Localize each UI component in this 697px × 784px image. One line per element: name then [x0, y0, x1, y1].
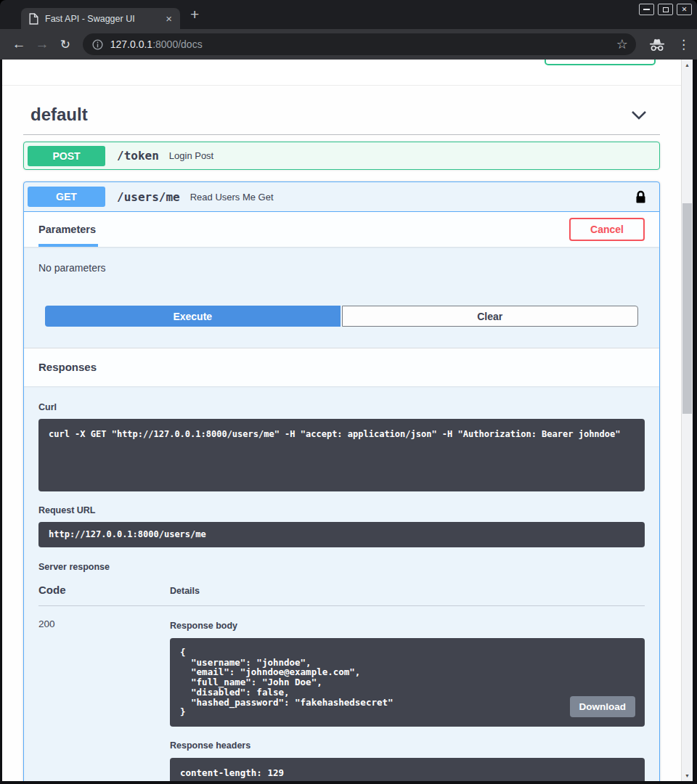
- code-column-header: Code: [38, 584, 170, 596]
- post-summary: Login Post: [169, 150, 213, 161]
- minimize-icon: [643, 9, 650, 10]
- opblock-get-users-me: GET /users/me Read Users Me Get Paramete…: [23, 181, 660, 781]
- status-code: 200: [38, 618, 170, 781]
- post-path: /token: [117, 149, 159, 163]
- responses-body: Curl curl -X GET "http://127.0.0.1:8000/…: [24, 386, 659, 781]
- url-text: 127.0.0.1:8000/docs: [110, 38, 203, 50]
- url-host: 127.0.0.1: [110, 38, 152, 50]
- curl-command[interactable]: curl -X GET "http://127.0.0.1:8000/users…: [38, 419, 645, 491]
- scroll-down-icon[interactable]: ▼: [682, 773, 693, 778]
- authorize-button-fragment[interactable]: [545, 60, 656, 65]
- parameters-header: Parameters Cancel: [24, 212, 659, 247]
- scheme-band: [2, 60, 681, 86]
- minimize-button[interactable]: [639, 4, 654, 15]
- chevron-down-icon[interactable]: [631, 110, 647, 120]
- get-path: /users/me: [117, 190, 180, 204]
- response-table-header: Code Details: [38, 584, 645, 606]
- post-method-badge: POST: [28, 146, 105, 166]
- browser-toolbar: ← → ↻ 127.0.0.1:8000/docs ☆ ⋮: [0, 29, 697, 60]
- back-icon[interactable]: ←: [7, 36, 30, 52]
- clear-button[interactable]: Clear: [342, 306, 639, 327]
- request-url-label: Request URL: [38, 505, 645, 515]
- parameters-body: No parameters Execute Clear: [24, 247, 659, 348]
- reload-icon[interactable]: ↻: [54, 37, 77, 52]
- opblock-post-token[interactable]: POST /token Login Post: [23, 142, 660, 170]
- tab-parameters[interactable]: Parameters: [38, 212, 96, 247]
- no-parameters-text: No parameters: [38, 262, 645, 274]
- section-default-header[interactable]: default: [23, 95, 660, 135]
- window-controls: ✕: [639, 4, 692, 15]
- response-details: Response body { "username": "johndoe", "…: [170, 618, 645, 781]
- execute-row: Execute Clear: [45, 306, 638, 327]
- response-body-wrap: { "username": "johndoe", "email": "johnd…: [170, 638, 645, 727]
- maximize-icon: [663, 7, 669, 12]
- info-icon[interactable]: [91, 38, 104, 51]
- execute-button[interactable]: Execute: [45, 306, 341, 327]
- section-title: default: [30, 105, 88, 125]
- scroll-up-icon[interactable]: ▲: [682, 62, 693, 68]
- get-method-badge: GET: [28, 187, 105, 207]
- get-summary-row[interactable]: GET /users/me Read Users Me Get: [24, 182, 659, 212]
- scrollbar-thumb[interactable]: [682, 203, 692, 414]
- url-bar[interactable]: 127.0.0.1:8000/docs ☆: [83, 33, 636, 55]
- bookmark-star-icon[interactable]: ☆: [616, 38, 628, 51]
- maximize-button[interactable]: [658, 4, 673, 15]
- request-url-value: http://127.0.0.1:8000/users/me: [38, 522, 645, 547]
- menu-dots-icon[interactable]: ⋮: [677, 37, 690, 52]
- incognito-icon: [649, 38, 665, 52]
- get-summary: Read Users Me Get: [190, 192, 274, 203]
- browser-window: Fast API - Swagger UI × + ✕ ← → ↻ 127.0.…: [0, 0, 697, 784]
- forward-icon[interactable]: →: [30, 36, 54, 52]
- details-column-header: Details: [170, 586, 645, 596]
- new-tab-button[interactable]: +: [190, 6, 199, 23]
- document-favicon-icon: [29, 13, 38, 25]
- curl-label: Curl: [38, 402, 645, 412]
- response-body-label: Response body: [170, 621, 645, 631]
- response-headers-label: Response headers: [170, 740, 645, 751]
- download-button[interactable]: Download: [570, 696, 636, 717]
- tab-title: Fast API - Swagger UI: [45, 14, 163, 24]
- page-scrollbar[interactable]: ▲ ▼: [681, 60, 693, 781]
- browser-tab[interactable]: Fast API - Swagger UI ×: [21, 8, 180, 29]
- url-path: :8000/docs: [152, 38, 203, 50]
- response-row-200: 200 Response body { "username": "johndoe…: [38, 606, 645, 781]
- auth-lock-icon[interactable]: [635, 190, 646, 204]
- page-content: default POST /token Login Post GET /user…: [2, 60, 693, 781]
- close-window-button[interactable]: ✕: [677, 4, 692, 15]
- response-headers-value: content-length: 129 content-type: applic…: [170, 758, 645, 781]
- tab-strip: Fast API - Swagger UI × + ✕: [0, 0, 697, 29]
- swagger-ui: default POST /token Login Post GET /user…: [2, 60, 681, 781]
- close-tab-icon[interactable]: ×: [163, 13, 174, 24]
- server-response-label: Server response: [38, 562, 645, 572]
- responses-header: Responses: [24, 348, 659, 386]
- cancel-button[interactable]: Cancel: [569, 218, 645, 241]
